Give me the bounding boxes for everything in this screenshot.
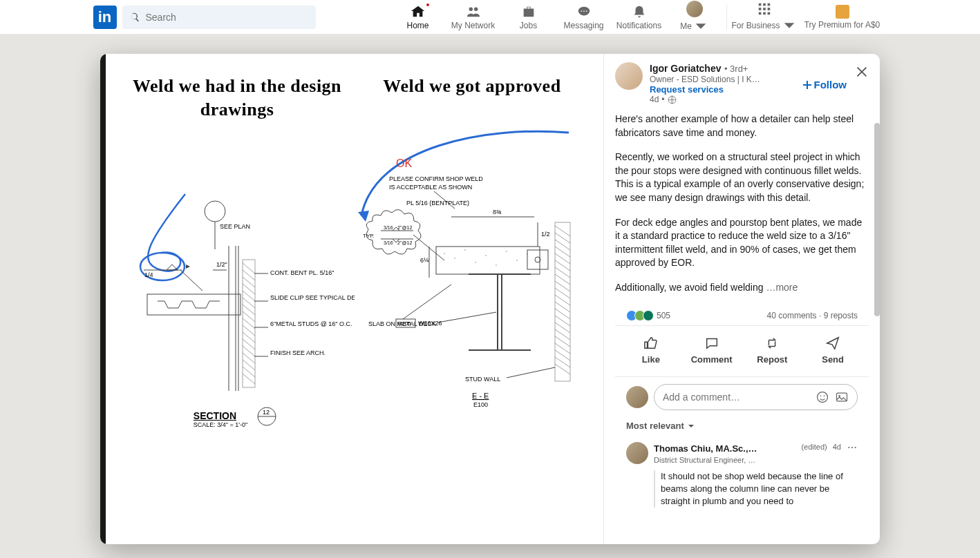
- nav-premium[interactable]: Try Premium for A$0: [798, 1, 887, 34]
- svg-rect-10: [763, 8, 766, 10]
- jobs-icon: [521, 4, 536, 19]
- nav-label: Try Premium for A$0: [804, 20, 880, 30]
- nav-label: Notifications: [616, 21, 661, 30]
- avatar-icon: [686, 1, 703, 17]
- svg-rect-6: [758, 3, 761, 6]
- premium-icon: [836, 5, 849, 19]
- svg-rect-7: [763, 3, 766, 6]
- nav-business[interactable]: For Business: [731, 1, 798, 34]
- svg-rect-14: [767, 12, 770, 15]
- search-icon: [129, 12, 140, 23]
- search-bar[interactable]: [122, 6, 316, 29]
- chevron-down-icon: [782, 18, 797, 33]
- svg-point-5: [585, 10, 587, 12]
- nav-label: My Network: [451, 21, 495, 30]
- svg-rect-11: [767, 8, 770, 10]
- nav-network[interactable]: My Network: [446, 1, 501, 34]
- svg-point-3: [581, 10, 582, 12]
- nav-label: For Business: [731, 21, 780, 30]
- home-badge: [425, 2, 431, 8]
- svg-point-1: [473, 7, 478, 10]
- nav-notifications[interactable]: Notifications: [612, 1, 667, 34]
- messaging-icon: [576, 4, 592, 19]
- svg-rect-13: [763, 12, 766, 15]
- nav-label: Home: [406, 21, 428, 30]
- svg-rect-9: [758, 8, 761, 10]
- nav-divider: [726, 5, 727, 30]
- linkedin-logo[interactable]: in: [93, 6, 117, 29]
- chevron-down-icon: [693, 19, 708, 34]
- svg-rect-8: [767, 3, 770, 6]
- nav-label: Messaging: [563, 21, 603, 30]
- nav-home[interactable]: Home: [390, 1, 446, 34]
- svg-rect-12: [758, 12, 761, 15]
- network-icon: [466, 4, 481, 19]
- search-input[interactable]: [146, 12, 284, 23]
- nav-me[interactable]: Me: [667, 1, 722, 34]
- nav-jobs[interactable]: Jobs: [501, 1, 556, 34]
- nav-label: Me: [680, 21, 692, 31]
- bell-icon: [632, 4, 647, 19]
- svg-point-4: [583, 10, 585, 12]
- nav-messaging[interactable]: Messaging: [556, 1, 612, 34]
- grid-icon: [757, 1, 772, 17]
- top-nav: in Home My Network Jobs Messaging Notifi…: [0, 0, 980, 35]
- nav-label: Jobs: [520, 21, 537, 30]
- home-icon: [411, 4, 426, 19]
- svg-point-0: [469, 7, 473, 10]
